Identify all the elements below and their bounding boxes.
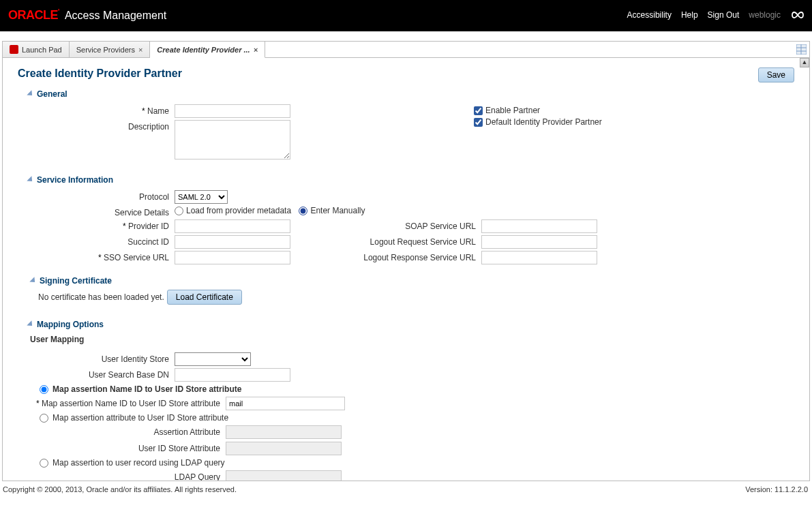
user-identity-store-label: User Identity Store [18, 352, 175, 364]
sso-url-input[interactable] [175, 251, 290, 264]
map-nameid-attr-label: Map assertion Name ID to User ID Store a… [18, 399, 226, 408]
provider-id-label: Provider ID [18, 219, 175, 231]
caret-down-icon [27, 90, 34, 97]
tab-label: Create Identity Provider ... [157, 46, 250, 54]
section-mapping-options[interactable]: Mapping Options [27, 320, 794, 329]
page-title: Create Identity Provider Partner [18, 67, 182, 80]
tab-service-providers[interactable]: Service Providers × [70, 42, 151, 57]
succinct-id-input[interactable] [175, 235, 290, 249]
oracle-logo: ORACLE' [8, 8, 59, 22]
protocol-select[interactable]: SAML 2.0 [175, 190, 228, 204]
map-assertion-attr-radio[interactable] [40, 414, 48, 423]
signout-link[interactable]: Sign Out [708, 10, 740, 20]
no-cert-text: No certificate has been loaded yet. [38, 292, 164, 302]
enter-manually-radio[interactable] [299, 207, 307, 215]
ldap-query-input [226, 470, 342, 481]
save-button[interactable]: Save [758, 67, 794, 82]
help-link[interactable]: Help [681, 10, 698, 20]
app-header: ORACLE' Access Management Accessibility … [0, 0, 812, 31]
load-certificate-button[interactable]: Load Certificate [167, 290, 242, 305]
page-content: Create Identity Provider Partner Save ▲ … [3, 58, 809, 481]
ldap-query-label: LDAP Query [18, 472, 226, 481]
header-right: Accessibility Help Sign Out weblogic [627, 10, 804, 20]
oracle-tab-icon [10, 45, 18, 54]
user-search-base-input[interactable] [175, 368, 290, 382]
name-label: Name [18, 104, 175, 116]
sso-url-label: SSO Service URL [18, 251, 175, 262]
tab-bar: Launch Pad Service Providers × Create Id… [3, 42, 809, 58]
page-header: Create Identity Provider Partner Save ▲ [18, 67, 794, 82]
version-text: Version: 11.1.2.2.0 [745, 485, 808, 493]
tab-launchpad[interactable]: Launch Pad [3, 42, 70, 57]
logout-resp-input[interactable] [481, 251, 597, 264]
service-details-label: Service Details [18, 206, 175, 217]
soap-url-input[interactable] [481, 219, 597, 233]
name-input[interactable] [175, 104, 290, 118]
accessibility-link[interactable]: Accessibility [627, 10, 672, 20]
tab-label: Service Providers [76, 46, 135, 54]
soap-url-label: SOAP Service URL [318, 219, 481, 231]
user-name: weblogic [749, 10, 781, 20]
default-idp-label: Default Identity Provider Partner [485, 117, 602, 127]
section-general[interactable]: General [27, 89, 794, 99]
map-ldap-label: Map assertion to user record using LDAP … [52, 458, 225, 468]
map-nameid-attr-input[interactable] [226, 397, 345, 410]
load-metadata-label: Load from provider metadata [186, 206, 291, 215]
close-icon[interactable]: × [138, 46, 142, 54]
map-nameid-radio[interactable] [40, 385, 48, 394]
provider-id-input[interactable] [175, 219, 290, 233]
enable-partner-label: Enable Partner [485, 106, 540, 115]
user-id-store-attr-label: User ID Store Attribute [18, 444, 226, 453]
description-input[interactable] [175, 120, 290, 159]
user-mapping-heading: User Mapping [30, 335, 794, 344]
close-icon[interactable]: × [254, 46, 258, 54]
enable-partner-checkbox[interactable] [474, 106, 483, 115]
caret-down-icon [29, 277, 37, 284]
logout-req-input[interactable] [481, 235, 597, 249]
map-nameid-label: Map assertion Name ID to User ID Store a… [52, 384, 241, 394]
user-identity-store-select[interactable] [175, 352, 251, 366]
workspace: Launch Pad Service Providers × Create Id… [2, 41, 810, 481]
logout-req-label: Logout Request Service URL [318, 235, 481, 247]
assertion-attr-input [226, 425, 342, 439]
general-grid: Name Description Enable Partner Default … [18, 104, 794, 162]
load-metadata-radio[interactable] [175, 207, 183, 215]
protocol-label: Protocol [18, 190, 175, 202]
section-signing-cert[interactable]: Signing Certificate [30, 276, 794, 286]
assertion-attr-label: Assertion Attribute [18, 427, 226, 437]
scroll-up-icon[interactable]: ▲ [800, 58, 809, 67]
logout-resp-label: Logout Response Service URL [318, 251, 481, 262]
footer: Copyright © 2000, 2013, Oracle and/or it… [0, 484, 812, 496]
enter-manually-label: Enter Manually [310, 206, 365, 215]
header-left: ORACLE' Access Management [8, 8, 166, 22]
tab-create-idp[interactable]: Create Identity Provider ... × [150, 42, 265, 58]
succinct-id-label: Succinct ID [18, 235, 175, 247]
tab-label: Launch Pad [22, 46, 62, 54]
caret-down-icon [27, 320, 34, 328]
map-assertion-attr-label: Map assertion attribute to User ID Store… [52, 413, 228, 423]
map-ldap-radio[interactable] [40, 459, 48, 468]
infinity-icon[interactable] [790, 10, 804, 20]
caret-down-icon [27, 176, 34, 183]
user-search-base-label: User Search Base DN [18, 368, 175, 380]
layout-grid-icon[interactable] [796, 44, 807, 56]
section-service-info[interactable]: Service Information [27, 175, 794, 185]
app-title: Access Management [65, 10, 166, 22]
default-idp-checkbox[interactable] [474, 118, 483, 127]
copyright-text: Copyright © 2000, 2013, Oracle and/or it… [3, 485, 237, 493]
user-id-store-attr-input [226, 442, 342, 455]
description-label: Description [18, 120, 175, 132]
